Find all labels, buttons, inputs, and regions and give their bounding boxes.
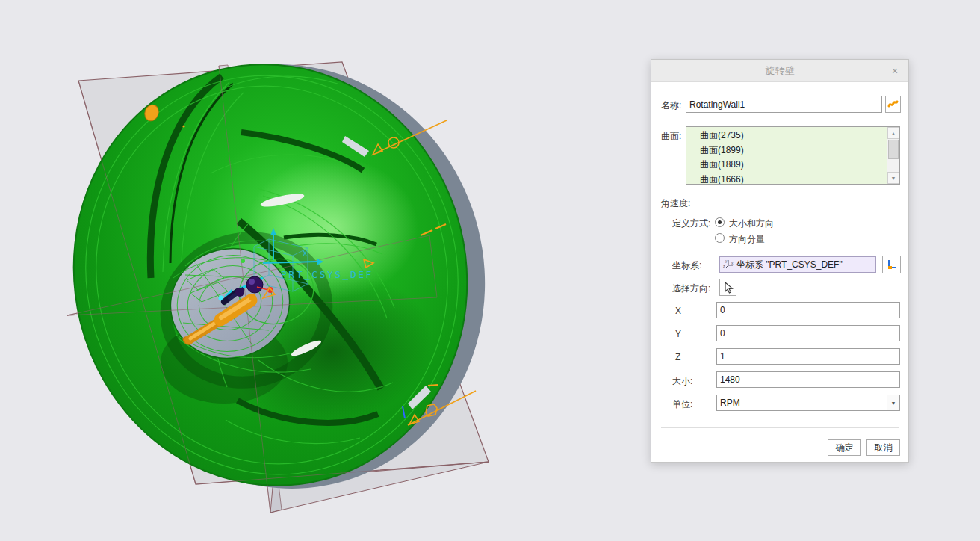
x-input[interactable] xyxy=(716,302,900,318)
scroll-down-icon[interactable]: ▼ xyxy=(887,172,899,184)
csys-glyph-icon: y z x xyxy=(722,259,734,270)
ok-button[interactable]: 确定 xyxy=(828,439,861,456)
name-label: 名称: xyxy=(661,99,681,112)
radio-direction-components-label[interactable]: 方向分量 xyxy=(729,233,765,246)
radio-magnitude-direction[interactable] xyxy=(715,217,725,227)
close-icon[interactable]: × xyxy=(889,65,901,77)
surfaces-list: 曲面(2735)曲面(1899)曲面(1889)曲面(1666) xyxy=(686,129,887,185)
definition-method-label: 定义方式: xyxy=(672,217,710,230)
dropdown-arrow-icon[interactable]: ▼ xyxy=(887,395,899,410)
z-label: Z xyxy=(675,352,680,362)
axis-x-label: X xyxy=(303,249,308,259)
name-input[interactable] xyxy=(686,96,882,113)
magnitude-label: 大小: xyxy=(672,375,692,388)
dialog-separator xyxy=(661,427,899,428)
svg-text:y: y xyxy=(725,259,728,263)
pick-csys-button[interactable] xyxy=(882,256,901,273)
unit-label: 单位: xyxy=(672,398,692,411)
green-marker-dot xyxy=(241,259,245,263)
unit-dropdown[interactable]: RPM ▼ xyxy=(716,395,900,411)
surfaces-listbox[interactable]: 曲面(2735)曲面(1899)曲面(1889)曲面(1666) ▲ ▼ xyxy=(686,126,900,185)
y-label: Y xyxy=(675,329,681,339)
radio-magnitude-direction-label[interactable]: 大小和方向 xyxy=(729,217,774,230)
z-input[interactable] xyxy=(716,348,900,365)
angular-velocity-label: 角速度: xyxy=(661,197,690,210)
rotation-origin-sphere xyxy=(246,276,263,293)
csys-value: 坐标系 "PRT_CSYS_DEF" xyxy=(736,259,843,271)
csys-annotation: PRT_CSYS_DEF xyxy=(281,269,373,280)
surface-list-item[interactable]: 曲面(1666) xyxy=(686,173,887,185)
unit-value: RPM xyxy=(720,398,740,408)
csys-label: 坐标系: xyxy=(672,259,701,272)
csys-pick-icon xyxy=(886,259,898,270)
svg-text:z: z xyxy=(723,264,725,268)
dialog-title: 旋转壁 xyxy=(766,64,795,78)
surface-list-item[interactable]: 曲面(1889) xyxy=(686,158,887,173)
cursor-arrow-icon xyxy=(723,282,734,294)
cancel-button[interactable]: 取消 xyxy=(866,439,900,456)
feature-color-button[interactable] xyxy=(885,96,901,113)
magnitude-input[interactable] xyxy=(716,371,900,388)
csys-field[interactable]: y z x 坐标系 "PRT_CSYS_DEF" xyxy=(719,256,876,273)
surfaces-label: 曲面: xyxy=(661,130,681,143)
scroll-up-icon[interactable]: ▲ xyxy=(887,127,899,139)
svg-text:x: x xyxy=(731,261,734,265)
list-scrollbar[interactable]: ▲ ▼ xyxy=(887,127,899,184)
small-orange-dot xyxy=(182,125,184,127)
dialog-titlebar[interactable]: 旋转壁 × xyxy=(651,60,908,82)
radio-direction-components[interactable] xyxy=(715,233,725,243)
rotating-wall-dialog: 旋转壁 × 名称: 曲面: 曲面(2735)曲面(1899)曲面(1889)曲面… xyxy=(651,59,909,463)
surface-list-item[interactable]: 曲面(2735) xyxy=(686,129,887,143)
x-label: X xyxy=(675,306,681,316)
select-direction-label: 选择方向: xyxy=(672,282,710,295)
select-direction-button[interactable] xyxy=(719,279,736,296)
y-input[interactable] xyxy=(716,325,900,341)
surface-list-item[interactable]: 曲面(1899) xyxy=(686,143,887,158)
scroll-thumb[interactable] xyxy=(888,140,899,159)
application-window: X PRT_CSYS_DEF 旋转壁 × 名称: xyxy=(0,0,980,541)
orange-squiggle-icon xyxy=(887,99,899,109)
